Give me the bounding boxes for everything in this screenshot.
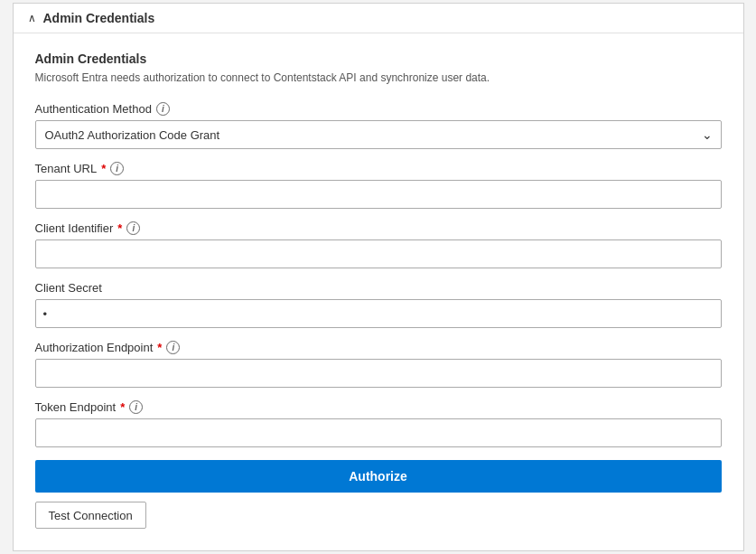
client-id-label: Client Identifier xyxy=(35,221,114,235)
auth-endpoint-required: * xyxy=(157,341,162,354)
authorize-button[interactable]: Authorize xyxy=(35,460,722,493)
client-secret-label-row: Client Secret xyxy=(35,281,722,295)
auth-endpoint-label-row: Authorization Endpoint * i xyxy=(35,341,722,354)
tenant-url-required: * xyxy=(101,162,106,175)
tenant-url-label: Tenant URL xyxy=(35,162,98,175)
token-endpoint-label-row: Token Endpoint * i xyxy=(35,400,722,414)
client-id-input[interactable] xyxy=(35,239,722,268)
auth-method-group: Authentication Method i OAuth2 Authoriza… xyxy=(35,102,722,149)
client-id-info-icon[interactable]: i xyxy=(126,221,140,235)
auth-endpoint-label: Authorization Endpoint xyxy=(35,341,154,354)
tenant-url-group: Tenant URL * i xyxy=(35,162,722,209)
client-id-label-row: Client Identifier * i xyxy=(35,221,722,235)
client-id-group: Client Identifier * i xyxy=(35,221,722,268)
token-endpoint-info-icon[interactable]: i xyxy=(129,400,143,414)
token-endpoint-label: Token Endpoint xyxy=(35,400,117,414)
chevron-up-icon: ∧ xyxy=(28,12,36,24)
test-connection-button[interactable]: Test Connection xyxy=(35,502,146,529)
auth-method-label: Authentication Method xyxy=(35,102,152,116)
section-title: Admin Credentials xyxy=(35,52,722,66)
tenant-url-input[interactable] xyxy=(35,180,722,209)
auth-method-select[interactable]: OAuth2 Authorization Code Grant xyxy=(35,120,722,149)
auth-endpoint-input[interactable] xyxy=(35,359,722,388)
client-secret-group: Client Secret xyxy=(35,281,722,328)
auth-method-select-wrapper: OAuth2 Authorization Code Grant ⌄ xyxy=(35,120,722,149)
admin-credentials-panel: ∧ Admin Credentials Admin Credentials Mi… xyxy=(13,3,744,551)
panel-header-title: Admin Credentials xyxy=(43,11,155,25)
auth-endpoint-info-icon[interactable]: i xyxy=(166,341,180,354)
tenant-url-info-icon[interactable]: i xyxy=(110,162,124,175)
tenant-url-label-row: Tenant URL * i xyxy=(35,162,722,175)
auth-method-label-row: Authentication Method i xyxy=(35,102,722,116)
client-secret-input[interactable] xyxy=(35,299,722,328)
token-endpoint-input[interactable] xyxy=(35,418,722,447)
section-description: Microsoft Entra needs authorization to c… xyxy=(35,70,722,86)
token-endpoint-group: Token Endpoint * i xyxy=(35,400,722,447)
panel-header[interactable]: ∧ Admin Credentials xyxy=(14,4,743,33)
auth-endpoint-group: Authorization Endpoint * i xyxy=(35,341,722,388)
client-secret-label: Client Secret xyxy=(35,281,102,295)
client-id-required: * xyxy=(117,221,122,235)
auth-method-info-icon[interactable]: i xyxy=(156,102,170,116)
token-endpoint-required: * xyxy=(120,400,125,414)
panel-body: Admin Credentials Microsoft Entra needs … xyxy=(14,33,743,550)
